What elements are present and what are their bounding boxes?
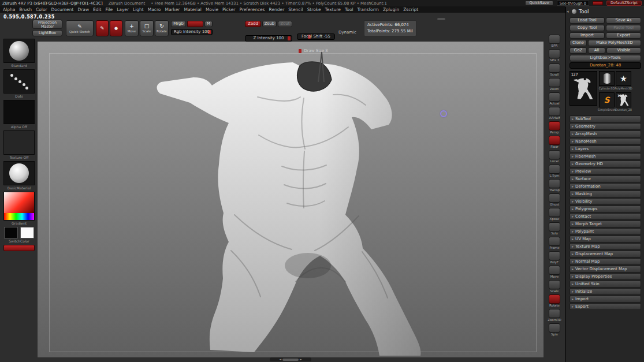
scroll-right-icon[interactable]: ► — [300, 358, 302, 361]
tool-section-bar[interactable]: Export — [569, 303, 641, 310]
tool-section-bar[interactable]: Initialize — [569, 288, 641, 295]
rgb-intensity-slider[interactable]: Rgb Intensity 100 — [171, 29, 213, 35]
paste-tool-button[interactable]: Paste Tool — [606, 25, 641, 31]
load-tool-button[interactable]: Load Tool — [569, 17, 605, 24]
right-shelf-button[interactable]: PolyF — [549, 251, 560, 264]
tool-section-bar[interactable]: UV Map — [569, 236, 641, 242]
menu-item[interactable]: Zscript — [403, 7, 418, 12]
shelf-divider-handle[interactable] — [437, 18, 445, 20]
color-picker-field[interactable] — [4, 192, 34, 213]
right-shelf-button[interactable]: Xpose — [549, 208, 560, 221]
tool-section-bar[interactable]: Layers — [569, 145, 641, 152]
right-shelf-button[interactable]: Scroll — [549, 64, 560, 77]
color-picker[interactable] — [3, 192, 35, 221]
goz-all-button[interactable]: All — [588, 47, 605, 54]
menu-item[interactable]: Transform — [358, 7, 379, 12]
lightbox-tools-button[interactable]: Lightbox>Tools — [569, 55, 641, 61]
tool-section-bar[interactable]: Unified Skin — [569, 281, 641, 288]
right-shelf-button[interactable]: Local — [549, 150, 560, 163]
tool-section-bar[interactable]: Geometry HD — [569, 161, 641, 167]
tool-section-bar[interactable]: Import — [569, 296, 641, 303]
menu-item[interactable]: Movie — [206, 7, 218, 12]
right-shelf-button[interactable]: Persp — [549, 121, 560, 135]
clone-button[interactable]: Clone — [569, 40, 587, 46]
menu-item[interactable]: Edit — [93, 7, 102, 12]
menu-item[interactable]: Preferences — [239, 7, 265, 12]
mrgb-slider-fill[interactable] — [187, 21, 203, 27]
right-shelf-button[interactable]: BPR — [549, 35, 560, 48]
right-shelf-button[interactable]: Zoom3D — [548, 309, 561, 322]
right-shelf-button[interactable]: Zoom — [549, 78, 560, 91]
right-shelf-button[interactable]: Actual — [549, 92, 560, 106]
right-shelf-button[interactable]: SPix 3 — [549, 49, 560, 62]
right-shelf-button[interactable]: L.Sym — [549, 165, 560, 178]
draw-button[interactable] — [110, 20, 122, 36]
right-shelf-button[interactable]: Move — [549, 266, 560, 279]
menu-item[interactable]: Document — [51, 7, 74, 12]
menu-item[interactable]: Material — [184, 7, 201, 12]
menu-item[interactable]: Picker — [222, 7, 235, 12]
menu-item[interactable]: Layer — [117, 7, 129, 12]
right-shelf-button[interactable]: Transp — [549, 179, 560, 192]
record-indicator[interactable] — [593, 1, 603, 5]
export-button[interactable]: Export — [606, 32, 641, 39]
quicksave-button[interactable]: QuickSave — [525, 1, 553, 6]
tool-section-bar[interactable]: Vector Displacement Map — [569, 266, 641, 273]
see-through-slider[interactable]: See-through 0 — [557, 1, 589, 6]
document-canvas[interactable] — [38, 42, 544, 357]
goz-button[interactable]: GoZ — [569, 47, 587, 54]
menu-item[interactable]: Light — [133, 7, 144, 12]
tool-section-bar[interactable]: Masking — [569, 191, 641, 197]
zcut-button[interactable]: Zcut — [278, 21, 292, 27]
canvas-horizontal-scrollbar[interactable]: ◄ ► — [270, 357, 311, 361]
quick-sketch-button[interactable]: Quick Sketch — [66, 20, 94, 36]
menu-item[interactable]: Zplugin — [383, 7, 399, 12]
cylinder3d-thumbnail[interactable] — [599, 71, 615, 86]
tool-section-bar[interactable]: Morph Target — [569, 221, 641, 227]
tool-section-bar[interactable]: ArrayMesh — [569, 130, 641, 137]
tool-name-slider[interactable]: Durotan_28: 48 — [569, 62, 641, 69]
right-shelf-button[interactable]: AAHalf — [549, 107, 560, 120]
zsub-button[interactable]: Zsub — [262, 21, 277, 27]
right-shelf-button[interactable]: Scale — [549, 280, 560, 293]
tool-section-bar[interactable]: Texture Map — [569, 243, 641, 250]
tool-section-bar[interactable]: Display Properties — [569, 273, 641, 280]
z-intensity-slider[interactable]: Z Intensity 100 — [245, 35, 292, 42]
menu-item[interactable]: Tool — [345, 7, 353, 12]
main-color-swatch[interactable] — [4, 227, 18, 238]
scrollbar-handle[interactable] — [282, 359, 299, 361]
tray-collapse-icon[interactable]: ◂ — [567, 9, 569, 14]
right-shelf-button[interactable]: Frame — [549, 237, 560, 250]
m-button[interactable]: M — [204, 21, 213, 27]
menu-item[interactable]: Brush — [19, 7, 32, 12]
current-texture-thumbnail[interactable] — [3, 130, 35, 155]
current-material-thumbnail[interactable] — [3, 161, 35, 185]
tool-section-bar[interactable]: NanoMesh — [569, 138, 641, 145]
tool-section-bar[interactable]: Visibility — [569, 198, 641, 205]
focal-shift-slider[interactable]: Focal Shift -55 — [297, 33, 335, 40]
right-shelf-button[interactable]: Rotate — [549, 294, 560, 308]
polymesh3d-thumbnail[interactable]: ★ — [616, 71, 631, 86]
mrgb-button[interactable]: Mrgb — [171, 21, 186, 27]
tool-section-bar[interactable]: Normal Map — [569, 258, 641, 265]
menu-item[interactable]: File — [106, 7, 113, 12]
tool-section-bar[interactable]: Polygroups — [569, 206, 641, 212]
menu-item[interactable]: Marker — [165, 7, 180, 12]
menu-item[interactable]: Macro — [148, 7, 161, 12]
rotate-button[interactable]: Rotate — [155, 20, 169, 36]
make-polymesh3d-button[interactable]: Make PolyMesh3D — [588, 40, 641, 46]
right-shelf-button[interactable]: Floor — [549, 136, 560, 149]
projection-master-button[interactable]: Projection Master — [32, 20, 62, 29]
tool-section-bar[interactable]: SubTool — [569, 115, 641, 122]
lightbox-button[interactable]: LightBox — [32, 30, 62, 36]
color-picker-hue-strip[interactable] — [4, 213, 34, 220]
goz-visible-button[interactable]: Visible — [606, 47, 641, 54]
scroll-left-icon[interactable]: ◄ — [279, 358, 281, 361]
copy-tool-button[interactable]: Copy Tool — [569, 25, 605, 31]
tool-section-bar[interactable]: Surface — [569, 176, 641, 182]
move-button[interactable]: Move — [125, 20, 139, 36]
current-alpha-thumbnail[interactable] — [3, 100, 35, 124]
default-zscript-button[interactable]: DefaultZScript — [606, 1, 642, 6]
tool-section-bar[interactable]: Geometry — [569, 123, 641, 130]
tool-section-bar[interactable]: Contact — [569, 213, 641, 220]
